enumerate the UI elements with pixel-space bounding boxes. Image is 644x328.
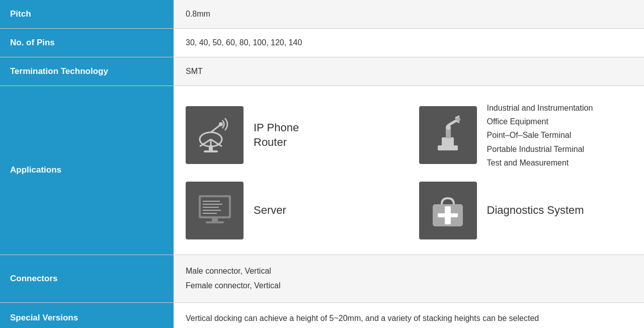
diagnostics-icon xyxy=(419,182,477,239)
termination-technology-label: Termination Technology xyxy=(0,57,174,86)
apps-grid: IP PhoneRouter xyxy=(186,101,632,239)
svg-rect-9 xyxy=(442,137,454,146)
app-item-server: Server xyxy=(186,182,399,239)
applications-content: IP PhoneRouter xyxy=(174,86,644,255)
connector-line-1: Male connector, Vertical xyxy=(186,264,632,279)
connectors-label: Connectors xyxy=(0,255,174,302)
special-versions-value: Vertical docking can achieve a height of… xyxy=(174,302,644,328)
industrial-label: Industrial and Instrumentation Office Eq… xyxy=(487,101,593,170)
special-versions-label: Special Versions xyxy=(0,302,174,328)
pitch-label: Pitch xyxy=(0,0,174,29)
app-item-industrial: Industrial and Instrumentation Office Eq… xyxy=(419,101,632,170)
svg-point-7 xyxy=(219,122,223,126)
svg-line-6 xyxy=(211,125,220,132)
svg-rect-27 xyxy=(445,206,451,224)
server-icon xyxy=(186,182,244,239)
connectors-value: Male connector, Vertical Female connecto… xyxy=(174,255,644,302)
pitch-value: 0.8mm xyxy=(174,0,644,29)
svg-rect-5 xyxy=(204,150,218,152)
connector-line-2: Female connector, Vertical xyxy=(186,279,632,293)
termination-technology-value: SMT xyxy=(174,57,644,86)
ip-phone-label: IP PhoneRouter xyxy=(254,121,299,149)
applications-label: Applications xyxy=(0,86,174,255)
app-item-diagnostics: Diagnostics System xyxy=(419,182,632,239)
special-versions-text: Vertical docking can achieve a height of… xyxy=(186,312,632,325)
no-of-pins-label: No. of Pins xyxy=(0,29,174,57)
industrial-icon xyxy=(419,106,477,164)
svg-rect-24 xyxy=(206,221,224,223)
no-of-pins-value: 30, 40, 50, 60, 80, 100, 120, 140 xyxy=(174,29,644,57)
diagnostics-label: Diagnostics System xyxy=(487,203,584,218)
server-label: Server xyxy=(254,203,286,218)
app-item-ip-phone: IP PhoneRouter xyxy=(186,101,399,170)
svg-rect-23 xyxy=(212,218,218,221)
satellite-icon xyxy=(186,106,244,164)
